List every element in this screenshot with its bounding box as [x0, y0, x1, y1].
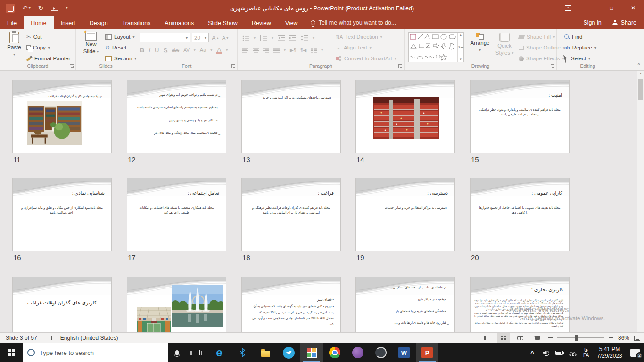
- copy-button[interactable]: Copy▾: [26, 43, 50, 52]
- slide-thumbnail-11[interactable]: _ نزدیک به نواحی کار و گذران اوقات فراغت: [12, 80, 112, 153]
- tab-home[interactable]: Home: [24, 16, 53, 29]
- taskbar-item-bluetooth[interactable]: [231, 343, 254, 362]
- slide-thumbnail-25[interactable]: کاربری تجاری : اولین گام در امر تاسیس مر…: [470, 277, 570, 332]
- numbering-icon[interactable]: [260, 35, 267, 41]
- collapse-ribbon-icon[interactable]: ^: [637, 62, 640, 68]
- rtl-text-direction-icon[interactable]: ¶◀: [300, 48, 306, 53]
- zoom-slider[interactable]: [557, 337, 604, 338]
- cut-button[interactable]: ✂Cut: [26, 32, 42, 41]
- bold-button[interactable]: B: [140, 47, 144, 54]
- character-spacing-button[interactable]: AV: [183, 48, 190, 53]
- layout-button[interactable]: Layout▾: [105, 32, 135, 41]
- shapes-gallery[interactable]: ▲▼▬▼: [408, 32, 464, 62]
- zoom-out-button[interactable]: [548, 337, 553, 338]
- taskbar-item-chrome[interactable]: [323, 343, 346, 362]
- task-view-button[interactable]: [185, 343, 207, 362]
- slide-thumbnail-12[interactable]: _ در شیب ملایم و نواحی خوش آب و هوای شهر…: [127, 80, 226, 153]
- convert-smartart-button[interactable]: Convert to SmartArt▾: [336, 54, 396, 63]
- slide-thumbnail-13[interactable]: _ دسترسی واحدهای مسکونی به مراکز آموزشی …: [241, 80, 341, 153]
- fit-slide-to-window-button[interactable]: [634, 336, 640, 341]
- align-center-icon[interactable]: [253, 48, 259, 53]
- ltr-text-direction-icon[interactable]: ▶¶: [290, 48, 296, 53]
- taskbar-item-media-app[interactable]: [300, 343, 323, 362]
- taskbar-item-powerpoint[interactable]: P: [416, 343, 438, 362]
- sign-in-button[interactable]: Sign in: [583, 19, 601, 26]
- zoom-in-button[interactable]: [609, 336, 613, 340]
- dialog-launcher-icon[interactable]: [70, 64, 74, 68]
- tab-animations[interactable]: Animations: [157, 16, 201, 29]
- taskbar-item-edge[interactable]: e: [208, 343, 231, 362]
- taskbar-search-box[interactable]: Type here to search: [23, 343, 168, 362]
- maximize-button[interactable]: □: [601, 0, 622, 16]
- shape-fill-button[interactable]: Shape Fill▾: [519, 32, 555, 41]
- zoom-level[interactable]: 86%: [618, 335, 629, 341]
- tray-battery[interactable]: [553, 343, 566, 362]
- find-button[interactable]: Find: [564, 32, 582, 41]
- strikethrough-button[interactable]: abc: [172, 48, 179, 53]
- align-text-button[interactable]: ≡Align Text▾: [336, 43, 372, 52]
- text-shadow-button[interactable]: S: [163, 47, 167, 54]
- tab-view[interactable]: View: [278, 16, 305, 29]
- underline-button[interactable]: U: [155, 47, 159, 54]
- taskbar-item-file-explorer[interactable]: [254, 343, 277, 362]
- slideshow-view-button[interactable]: [531, 333, 544, 343]
- slide-thumbnail-20[interactable]: کارایی عمومی : محله باید هزینه های عمومی…: [470, 178, 570, 251]
- action-center-button[interactable]: 2: [628, 343, 642, 362]
- powerpoint-app-icon[interactable]: [6, 4, 15, 13]
- arrange-button[interactable]: Arrange ▾: [468, 33, 492, 53]
- start-slideshow-button[interactable]: [51, 6, 58, 11]
- text-direction-button[interactable]: ⇅AText Direction▾: [336, 32, 382, 41]
- minimize-button[interactable]: —: [579, 0, 601, 16]
- format-painter-button[interactable]: Format Painter: [26, 54, 70, 63]
- taskbar-item-purple-app[interactable]: [347, 343, 369, 362]
- ribbon-display-options-button[interactable]: ^: [557, 0, 579, 16]
- spellcheck-icon[interactable]: [46, 336, 52, 340]
- tab-insert[interactable]: Insert: [54, 16, 83, 29]
- change-case-button[interactable]: Aa: [200, 47, 206, 53]
- dialog-launcher-icon[interactable]: [231, 64, 235, 68]
- bullets-icon[interactable]: [242, 35, 249, 41]
- redo-button[interactable]: ↻: [38, 5, 44, 11]
- customize-qat-button[interactable]: ▾: [66, 5, 67, 11]
- select-button[interactable]: Select▾: [564, 54, 590, 63]
- undo-button[interactable]: ↶▾: [22, 5, 31, 11]
- tab-review[interactable]: Review: [245, 16, 278, 29]
- italic-button[interactable]: I: [149, 47, 150, 54]
- start-button[interactable]: [0, 343, 23, 362]
- close-button[interactable]: ✕: [622, 0, 644, 16]
- tray-clock[interactable]: 5:41 PM7/29/2023: [592, 343, 627, 362]
- tab-file[interactable]: File: [0, 16, 24, 29]
- slide-thumbnail-24[interactable]: _ در فاصله ی مناسب از محله های مسکونی _ …: [355, 277, 455, 332]
- font-name-combobox[interactable]: ▾: [140, 33, 190, 42]
- slide-thumbnail-18[interactable]: فراغت : محله باید فراهم کننده ی گذران او…: [241, 178, 341, 251]
- vertical-scrollbar[interactable]: ▲: [637, 71, 644, 332]
- dialog-launcher-icon[interactable]: [398, 64, 402, 68]
- tray-network[interactable]: [567, 343, 579, 362]
- tab-slideshow[interactable]: Slide Show: [201, 16, 245, 29]
- quick-styles-button[interactable]: Quick Styles▾: [493, 33, 516, 56]
- taskbar-item-player-app[interactable]: [370, 343, 392, 362]
- language-indicator[interactable]: English (United States): [60, 335, 118, 341]
- replace-button[interactable]: abReplace▾: [564, 43, 596, 52]
- section-button[interactable]: Section▾: [105, 54, 136, 63]
- increase-indent-icon[interactable]: [289, 35, 296, 41]
- reset-button[interactable]: ↺Reset: [105, 43, 126, 52]
- font-color-button[interactable]: A: [216, 46, 222, 54]
- taskbar-item-word[interactable]: W: [393, 343, 415, 362]
- slide-sorter-view-button[interactable]: [497, 333, 510, 343]
- columns-icon[interactable]: [311, 48, 317, 53]
- line-spacing-icon[interactable]: [301, 35, 308, 41]
- grow-font-button[interactable]: A▴: [212, 33, 219, 42]
- slide-thumbnail-21[interactable]: کاربری های گذران اوقات فراغت: [12, 277, 112, 332]
- tab-transitions[interactable]: Transitions: [115, 16, 158, 29]
- shrink-font-button[interactable]: A▾: [222, 33, 228, 42]
- dialog-launcher-icon[interactable]: [551, 64, 554, 68]
- tray-language-indicator[interactable]: فاFA: [580, 343, 592, 362]
- tray-volume[interactable]: [539, 343, 552, 362]
- reading-view-button[interactable]: [514, 333, 527, 343]
- taskbar-item-messenger[interactable]: [277, 343, 300, 362]
- slide-thumbnail-23[interactable]: • فضای سبز • توزیع مکانی فضای سبز باید ب…: [241, 277, 341, 332]
- slide-thumbnail-15[interactable]: امنیت : محله باید فراهم کننده ی سلامتی و…: [470, 80, 570, 153]
- decrease-indent-icon[interactable]: [278, 35, 285, 41]
- scrollbar-thumb[interactable]: [638, 79, 643, 100]
